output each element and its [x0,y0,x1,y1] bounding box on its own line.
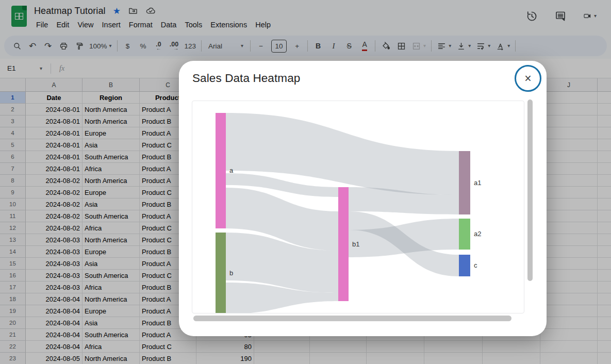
sankey-node-a1[interactable] [459,151,470,214]
sankey-node-a2[interactable] [459,219,470,250]
close-button[interactable]: × [515,65,541,92]
sankey-node-b[interactable] [216,233,226,313]
sankey-node-a[interactable] [216,113,226,228]
sankey-node-label-a2: a2 [474,230,481,238]
sankey-node-label-a: a [229,167,234,174]
sankey-node-label-b: b [229,269,233,277]
sankey-node-c[interactable] [459,255,470,276]
sankey-chart: abb1a1a2c [192,101,524,313]
close-icon: × [524,72,531,86]
dialog-horizontal-scrollbar[interactable] [193,316,511,321]
sankey-node-label-b1: b1 [352,240,359,248]
sankey-node-b1[interactable] [338,187,349,301]
sankey-node-label-c: c [474,261,477,269]
sankey-node-label-a1: a1 [474,179,481,187]
dialog-vertical-scrollbar[interactable] [527,100,533,281]
dialog-title: Sales Data Heatmap [192,72,300,85]
heatmap-dialog: Sales Data Heatmap × abb1a1a2c [179,61,547,336]
